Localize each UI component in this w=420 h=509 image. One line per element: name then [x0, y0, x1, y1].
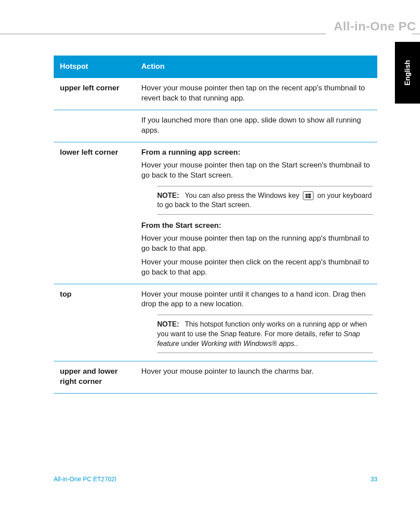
action-subhead: From the Start screen:: [141, 221, 373, 231]
note-italic: Working with Windows® apps.: [201, 340, 296, 347]
cell-hotspot: top: [54, 284, 135, 361]
page-footer: All-in-One PC ET2702I 33: [54, 476, 377, 483]
col-header-hotspot: Hotspot: [54, 56, 135, 78]
note-text: .: [296, 340, 298, 347]
brand-title: All-in-One PC: [334, 19, 416, 33]
cell-action: Hover your mouse pointer then tap on the…: [135, 78, 377, 110]
action-paragraph: Hover your mouse pointer until it change…: [141, 290, 373, 310]
cell-hotspot: upper left corner: [54, 78, 135, 110]
svg-rect-3: [308, 196, 311, 198]
cell-hotspot: upper and lower right corner: [54, 361, 135, 394]
cell-hotspot: lower left corner: [54, 142, 135, 284]
note-text: This hotspot function only works on a ru…: [157, 320, 367, 338]
footer-model: All-in-One PC ET2702I: [54, 476, 116, 483]
footer-page-number: 33: [370, 476, 377, 483]
table-row: top Hover your mouse pointer until it ch…: [54, 284, 377, 361]
cell-action: Hover your mouse pointer to launch the c…: [135, 361, 377, 394]
cell-action: From a running app screen: Hover your mo…: [135, 142, 377, 284]
table-row: lower left corner From a running app scr…: [54, 142, 377, 284]
table-row: upper left corner Hover your mouse point…: [54, 78, 377, 110]
action-paragraph: Hover your mouse pointer then tap on the…: [141, 160, 373, 181]
svg-rect-0: [306, 194, 308, 196]
note-text: under: [179, 340, 201, 347]
col-header-action: Action: [135, 56, 377, 78]
windows-key-icon: [303, 191, 313, 200]
table-row: upper and lower right corner Hover your …: [54, 361, 377, 394]
action-paragraph: Hover your mouse pointer then click on t…: [141, 257, 373, 278]
action-subhead: From a running app screen:: [141, 148, 373, 158]
cell-hotspot: [54, 110, 135, 142]
note-label: NOTE:: [157, 192, 179, 199]
cell-action: Hover your mouse pointer until it change…: [135, 284, 377, 361]
svg-rect-1: [308, 193, 311, 196]
main-content: Hotspot Action upper left corner Hover y…: [54, 56, 377, 394]
note-label: NOTE:: [157, 320, 179, 328]
note-box: NOTE: This hotspot function only works o…: [157, 315, 373, 353]
svg-rect-2: [306, 196, 308, 198]
language-tab-label: English: [404, 60, 412, 85]
language-tab: English: [395, 42, 420, 104]
table-row: If you launched more than one app, slide…: [54, 110, 377, 142]
hotspot-table: Hotspot Action upper left corner Hover y…: [54, 56, 377, 394]
cell-action: If you launched more than one app, slide…: [135, 110, 377, 142]
note-text: You can also press the Windows key: [185, 192, 299, 199]
note-box: NOTE: You can also press the Windows key…: [157, 186, 373, 215]
action-paragraph: Hover your mouse pointer then tap on the…: [141, 234, 373, 254]
